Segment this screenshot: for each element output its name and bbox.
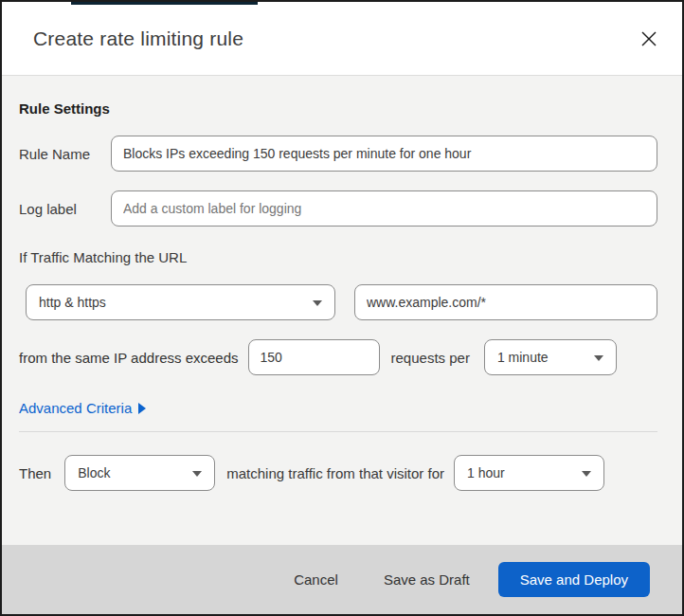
- advanced-criteria-label: Advanced Criteria: [19, 400, 132, 416]
- cancel-button[interactable]: Cancel: [284, 564, 348, 595]
- threshold-prefix-text: from the same IP address exceeds: [19, 350, 239, 366]
- expand-arrow-icon: [138, 403, 146, 414]
- url-pattern-input[interactable]: [354, 284, 657, 320]
- chevron-down-icon: [313, 300, 322, 306]
- rule-name-row: Rule Name: [19, 136, 657, 172]
- advanced-criteria-link[interactable]: Advanced Criteria: [19, 400, 146, 416]
- modal-header: Create rate limiting rule: [2, 2, 682, 76]
- period-select[interactable]: 1 minute: [484, 339, 617, 375]
- action-select-value: Block: [78, 465, 110, 480]
- save-as-draft-button[interactable]: Save as Draft: [374, 564, 479, 595]
- chevron-down-icon: [192, 471, 202, 477]
- period-select-value: 1 minute: [497, 350, 549, 365]
- modal-body: Rule Settings Rule Name Log label If Tra…: [2, 76, 682, 545]
- log-label-input[interactable]: [111, 190, 657, 226]
- close-button[interactable]: [635, 25, 663, 53]
- background-page-bar: [71, 0, 258, 5]
- threshold-row: from the same IP address exceeds request…: [19, 339, 657, 375]
- duration-select[interactable]: 1 hour: [454, 455, 604, 491]
- section-heading: Rule Settings: [19, 100, 657, 117]
- action-row: Then Block matching traffic from that vi…: [19, 455, 657, 491]
- log-label-row: Log label: [19, 190, 657, 226]
- traffic-match-heading: If Traffic Matching the URL: [19, 249, 657, 265]
- close-icon: [641, 31, 657, 46]
- chevron-down-icon: [594, 355, 603, 361]
- action-select[interactable]: Block: [64, 455, 215, 491]
- scheme-select[interactable]: http & https: [26, 284, 335, 320]
- save-and-deploy-button[interactable]: Save and Deploy: [498, 562, 650, 597]
- matching-traffic-text: matching traffic from that visitor for: [226, 465, 444, 481]
- requests-per-text: requests per: [391, 350, 470, 366]
- duration-select-value: 1 hour: [467, 465, 505, 480]
- rule-name-input[interactable]: [111, 136, 657, 172]
- request-count-input[interactable]: [248, 339, 380, 375]
- then-text: Then: [19, 465, 51, 481]
- create-rate-limiting-rule-modal: Create rate limiting rule Rule Settings …: [0, 0, 684, 616]
- rule-name-label: Rule Name: [19, 146, 111, 162]
- section-divider: [19, 431, 657, 432]
- log-label-label: Log label: [19, 201, 111, 217]
- url-match-row: http & https: [19, 284, 657, 320]
- modal-title: Create rate limiting rule: [33, 27, 243, 50]
- modal-footer: Cancel Save as Draft Save and Deploy: [2, 545, 682, 614]
- scheme-select-value: http & https: [39, 295, 106, 310]
- chevron-down-icon: [582, 471, 591, 477]
